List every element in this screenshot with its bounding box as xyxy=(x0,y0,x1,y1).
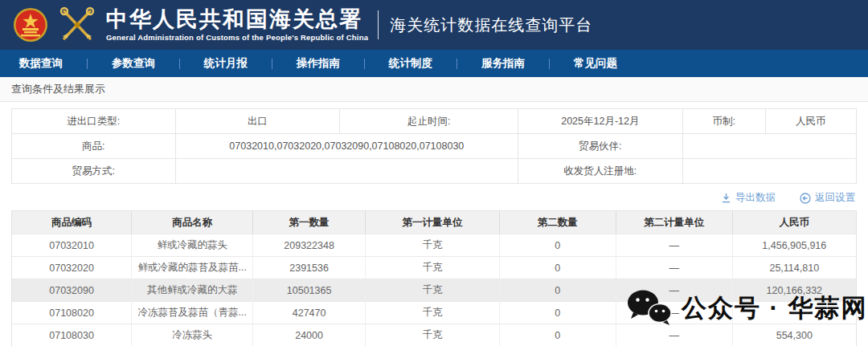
national-emblem-icon xyxy=(13,7,48,43)
cell-commodity-name: 鲜或冷藏的蒜苔及蒜苗... xyxy=(132,257,253,279)
trade-mode-label: 贸易方式: xyxy=(12,159,176,183)
reg-place-label: 收发货人注册地: xyxy=(518,159,683,183)
cell-first-unit: 千克 xyxy=(366,279,500,301)
cell-first-unit: 千克 xyxy=(366,257,500,279)
cell-second-quantity: 0 xyxy=(500,302,616,324)
partner-value xyxy=(683,134,856,158)
reg-place-value xyxy=(683,159,856,183)
cell-second-unit: — xyxy=(616,324,733,346)
currency-label: 币制: xyxy=(683,109,766,133)
cell-commodity-code: 07108020 xyxy=(12,302,132,324)
table-row: 07108030 冷冻蒜头 24000 千克 0 — 554,300 xyxy=(12,324,856,346)
col-header-commodity-code: 商品编码 xyxy=(12,211,132,234)
customs-caduceus-key-icon xyxy=(58,6,96,43)
cell-commodity-name: 其他鲜或冷藏的大蒜 xyxy=(132,279,253,301)
nav-item-faq[interactable]: 常见问题 xyxy=(550,50,641,77)
cell-first-quantity: 209322348 xyxy=(253,234,366,256)
cell-first-quantity: 2391536 xyxy=(253,257,366,279)
col-header-commodity-name: 商品名称 xyxy=(132,211,253,234)
col-header-second-quantity: 第二数量 xyxy=(500,211,616,234)
condition-row: 进出口类型: 出口 起止时间: 2025年12月-12月 币制: 人民币 xyxy=(12,109,856,134)
trade-mode-value xyxy=(176,159,518,183)
cell-commodity-name: 冷冻蒜苔及蒜苗（青蒜... xyxy=(132,302,253,324)
cell-rmb-value xyxy=(733,302,856,324)
table-actions: 导出数据 返回设置 xyxy=(11,191,855,205)
cell-rmb-value: 1,456,905,916 xyxy=(733,234,856,256)
table-row: 07108020 冷冻蒜苔及蒜苗（青蒜... 427470 千克 0 — xyxy=(12,301,856,324)
breadcrumb: 查询条件及结果展示 xyxy=(11,82,105,96)
breadcrumb-bar: 查询条件及结果展示 xyxy=(0,77,868,102)
return-settings-label: 返回设置 xyxy=(815,191,855,205)
main-nav: 数据查询 参数查询 统计月报 操作指南 统计制度 服务指南 常见问题 xyxy=(0,50,868,77)
cell-commodity-name: 冷冻蒜头 xyxy=(132,324,253,346)
cell-second-unit: — xyxy=(616,279,733,301)
col-header-first-unit: 第一计量单位 xyxy=(366,211,500,234)
results-header-row: 商品编码 商品名称 第一数量 第一计量单位 第二数量 第二计量单位 人民币 xyxy=(12,211,856,234)
nav-item-monthly-report[interactable]: 统计月报 xyxy=(180,50,272,77)
cell-first-unit: 千克 xyxy=(366,324,500,346)
table-row: 07032020 鲜或冷藏的蒜苔及蒜苗... 2391536 千克 0 — 25… xyxy=(12,256,856,279)
cell-commodity-code: 07032010 xyxy=(12,234,132,256)
nav-item-data-query[interactable]: 数据查询 xyxy=(19,50,87,77)
type-value: 出口 xyxy=(176,109,341,133)
cell-second-quantity: 0 xyxy=(500,257,616,279)
cell-first-unit: 千克 xyxy=(366,302,500,324)
nav-item-service-guide[interactable]: 服务指南 xyxy=(457,50,549,77)
time-label: 起止时间: xyxy=(340,109,518,133)
cell-first-quantity: 10501365 xyxy=(253,279,366,301)
currency-value: 人民币 xyxy=(766,109,856,133)
cell-second-unit: — xyxy=(616,302,733,324)
platform-title: 海关统计数据在线查询平台 xyxy=(390,14,592,36)
col-header-second-unit: 第二计量单位 xyxy=(616,211,733,234)
cell-rmb-value: 25,114,810 xyxy=(733,257,856,279)
nav-item-operation-guide[interactable]: 操作指南 xyxy=(272,50,364,77)
cell-rmb-value: 120,166,332 xyxy=(733,279,856,301)
download-icon xyxy=(721,193,731,203)
cell-rmb-value: 554,300 xyxy=(733,324,856,346)
cell-second-quantity: 0 xyxy=(500,324,616,346)
type-label: 进出口类型: xyxy=(12,109,176,133)
cell-commodity-code: 07108030 xyxy=(12,324,132,346)
header-divider xyxy=(378,10,379,39)
cell-first-unit: 千克 xyxy=(366,234,500,256)
results-table: 商品编码 商品名称 第一数量 第一计量单位 第二数量 第二计量单位 人民币 07… xyxy=(11,210,857,346)
condition-row: 贸易方式: 收发货人注册地: xyxy=(12,159,856,184)
time-value: 2025年12月-12月 xyxy=(518,109,683,133)
col-header-first-quantity: 第一数量 xyxy=(253,211,366,234)
org-title: 中华人民共和国海关总署 xyxy=(106,8,368,32)
cell-second-quantity: 0 xyxy=(500,234,616,256)
table-row-highlighted: 07032090 其他鲜或冷藏的大蒜 10501365 千克 0 — 120,1… xyxy=(12,279,856,301)
cell-commodity-code: 07032090 xyxy=(12,279,132,301)
cell-commodity-code: 07032020 xyxy=(12,257,132,279)
cell-second-unit: — xyxy=(616,234,733,256)
app-header: 中华人民共和国海关总署 General Administration of Cu… xyxy=(0,0,868,50)
col-header-rmb: 人民币 xyxy=(733,211,856,234)
table-row: 07032010 鲜或冷藏的蒜头 209322348 千克 0 — 1,456,… xyxy=(12,234,856,256)
commodity-label: 商品: xyxy=(12,134,176,158)
org-title-block: 中华人民共和国海关总署 General Administration of Cu… xyxy=(106,8,368,43)
return-arrow-icon xyxy=(800,193,811,204)
nav-item-statistics-system[interactable]: 统计制度 xyxy=(365,50,457,77)
partner-label: 贸易伙伴: xyxy=(518,134,683,158)
return-settings-link[interactable]: 返回设置 xyxy=(800,191,855,205)
query-conditions-table: 进出口类型: 出口 起止时间: 2025年12月-12月 币制: 人民币 商品:… xyxy=(11,108,857,184)
export-data-link[interactable]: 导出数据 xyxy=(721,191,776,205)
condition-row: 商品: 07032010,07032020,07032090,07108020,… xyxy=(12,134,856,159)
cell-second-unit: — xyxy=(616,257,733,279)
export-data-label: 导出数据 xyxy=(735,191,776,205)
nav-item-param-query[interactable]: 参数查询 xyxy=(88,50,179,77)
cell-commodity-name: 鲜或冷藏的蒜头 xyxy=(132,234,253,256)
org-subtitle: General Administration of Customs of the… xyxy=(106,33,368,42)
cell-first-quantity: 24000 xyxy=(253,324,366,346)
commodity-value: 07032010,07032020,07032090,07108020,0710… xyxy=(176,134,518,158)
cell-second-quantity: 0 xyxy=(500,279,616,301)
cell-first-quantity: 427470 xyxy=(253,302,366,324)
